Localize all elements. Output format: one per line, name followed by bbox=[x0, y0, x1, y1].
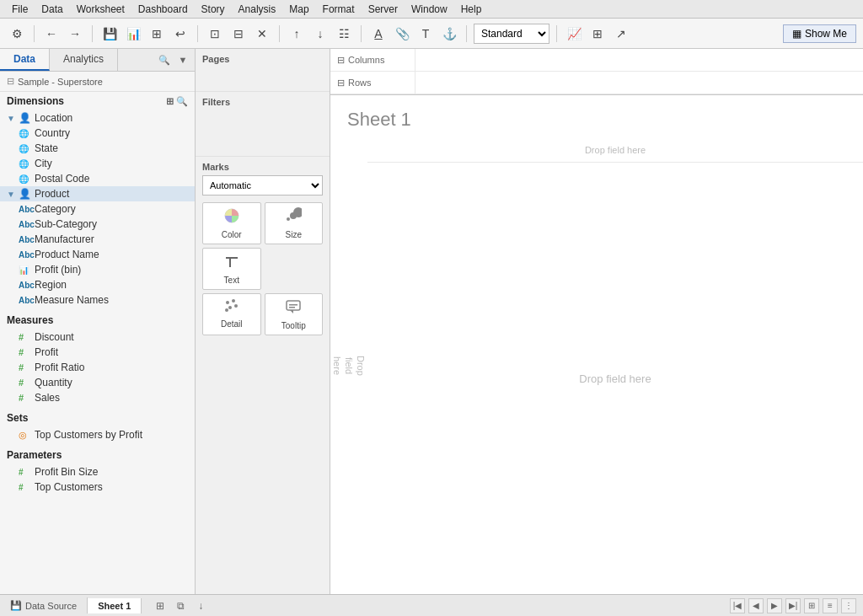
marks-type-select[interactable]: Automatic bbox=[202, 175, 323, 196]
field-country[interactable]: 🌐 Country bbox=[0, 126, 195, 141]
sort-desc-icon[interactable]: ↓ bbox=[310, 24, 330, 44]
export-sheet-icon[interactable]: ↓ bbox=[192, 597, 209, 614]
tab-data[interactable]: Data bbox=[0, 49, 50, 71]
nav-last-icon[interactable]: ▶| bbox=[785, 598, 801, 613]
field-state[interactable]: 🌐 State bbox=[0, 141, 195, 156]
menu-map[interactable]: Map bbox=[282, 2, 315, 17]
back-button[interactable]: ← bbox=[41, 24, 62, 44]
tab-data-source[interactable]: 💾 Data Source bbox=[0, 597, 88, 613]
field-profit-bin-size[interactable]: # Profit Bin Size bbox=[0, 464, 195, 479]
svg-point-10 bbox=[225, 308, 228, 312]
field-quantity[interactable]: # Quantity bbox=[0, 375, 195, 390]
location-group-header[interactable]: ▼ 👤 Location bbox=[0, 110, 195, 126]
dimensions-header-icons: ⊞ 🔍 bbox=[166, 96, 188, 107]
sort-asc-icon[interactable]: ↑ bbox=[287, 24, 307, 44]
duplicate-icon[interactable]: ⊞ bbox=[147, 24, 167, 44]
save-icon[interactable]: 💾 bbox=[99, 24, 120, 44]
canvas-top-drop[interactable]: Drop field here bbox=[367, 137, 863, 163]
standard-select[interactable]: Standard bbox=[474, 24, 549, 44]
menu-data[interactable]: Data bbox=[35, 2, 69, 17]
field-city[interactable]: 🌐 City bbox=[0, 156, 195, 171]
text-icon[interactable]: T bbox=[415, 24, 436, 44]
menu-window[interactable]: Window bbox=[405, 2, 454, 17]
field-sub-category[interactable]: Abc Sub-Category bbox=[0, 217, 195, 232]
product-group-header[interactable]: ▼ 👤 Product bbox=[0, 186, 195, 201]
tab-actions: ⊞ ⧉ ↓ bbox=[145, 597, 216, 614]
table-icon[interactable]: ⊞ bbox=[587, 24, 608, 44]
menu-worksheet[interactable]: Worksheet bbox=[70, 2, 131, 17]
field-manufacturer[interactable]: Abc Manufacturer bbox=[0, 232, 195, 247]
panel-search-icon[interactable]: 🔍 bbox=[156, 51, 173, 68]
duplicate-sheet-icon[interactable]: ⧉ bbox=[172, 597, 189, 614]
chart-icon[interactable]: 📈 bbox=[564, 24, 584, 44]
field-profit[interactable]: # Profit bbox=[0, 345, 195, 360]
field-category[interactable]: Abc Category bbox=[0, 201, 195, 217]
undo-icon[interactable]: ↩ bbox=[170, 24, 190, 44]
show-me-button[interactable]: ▦ Show Me bbox=[783, 24, 856, 43]
forward-button[interactable]: → bbox=[65, 24, 85, 44]
menu-help[interactable]: Help bbox=[454, 2, 489, 17]
menu-story[interactable]: Story bbox=[195, 2, 232, 17]
clear-icon[interactable]: ✕ bbox=[252, 24, 272, 44]
menu-file[interactable]: File bbox=[5, 2, 35, 17]
filters-drop-area[interactable] bbox=[202, 109, 323, 151]
field-product-name[interactable]: Abc Product Name bbox=[0, 247, 195, 262]
tab-sheet1[interactable]: Sheet 1 bbox=[88, 598, 142, 613]
menu-analysis[interactable]: Analysis bbox=[232, 2, 283, 17]
parameters-header: Parameters bbox=[0, 446, 195, 464]
pages-drop-area[interactable] bbox=[202, 66, 323, 86]
field-top-customers-param[interactable]: # Top Customers bbox=[0, 479, 195, 495]
nav-next-icon[interactable]: ▶ bbox=[767, 598, 782, 613]
menu-server[interactable]: Server bbox=[362, 2, 405, 17]
rows-shelf-label: ⊟ Rows bbox=[330, 74, 415, 92]
detail-button[interactable]: Detail bbox=[202, 293, 261, 335]
settings-icon[interactable]: ⚙ bbox=[7, 24, 27, 44]
show-me-icon: ▦ bbox=[792, 28, 801, 40]
nav-first-icon[interactable]: |◀ bbox=[730, 598, 745, 613]
tooltip-icon bbox=[285, 298, 302, 319]
menu-dashboard[interactable]: Dashboard bbox=[131, 2, 195, 17]
field-discount[interactable]: # Discount bbox=[0, 329, 195, 345]
datasource-icon: ⊟ bbox=[7, 76, 14, 87]
hash-topcustomers-icon: # bbox=[19, 483, 30, 492]
pages-label: Pages bbox=[202, 54, 323, 64]
group-icon[interactable]: ☷ bbox=[334, 24, 354, 44]
list-view-icon[interactable]: ≡ bbox=[823, 598, 838, 613]
field-postal-code[interactable]: 🌐 Postal Code bbox=[0, 171, 195, 186]
field-sales[interactable]: # Sales bbox=[0, 390, 195, 405]
size-icon bbox=[285, 207, 302, 228]
canvas-content-area[interactable]: Drop field here bbox=[367, 163, 863, 594]
nav-prev-icon[interactable]: ◀ bbox=[748, 598, 764, 613]
field-city-label: City bbox=[35, 158, 52, 169]
app-body: Data Analytics 🔍 ▼ ⊟ Sample - Superstore… bbox=[0, 49, 863, 616]
fit2-icon[interactable]: ⊟ bbox=[228, 24, 249, 44]
canvas-top-drop-label: Drop field here bbox=[585, 145, 646, 155]
field-measure-names[interactable]: Abc Measure Names bbox=[0, 292, 195, 308]
grid-view-icon[interactable]: ⊞ bbox=[804, 598, 819, 613]
underline-icon[interactable]: A bbox=[368, 24, 389, 44]
new-sheet-icon[interactable]: ⊞ bbox=[152, 597, 169, 614]
columns-drop-area[interactable] bbox=[415, 49, 863, 71]
group-view-icon[interactable]: ⊞ bbox=[166, 96, 174, 107]
paperclip-icon[interactable]: 📎 bbox=[392, 24, 412, 44]
menu-nav-icon[interactable]: ⋮ bbox=[841, 598, 856, 613]
canvas-left-drop[interactable]: Dropfieldhere bbox=[331, 356, 367, 376]
field-profit-bin[interactable]: 📊 Profit (bin) bbox=[0, 262, 195, 277]
field-region[interactable]: Abc Region bbox=[0, 277, 195, 292]
color-button[interactable]: Color bbox=[202, 202, 261, 244]
share-icon[interactable]: ↗ bbox=[611, 24, 631, 44]
search-dim-icon[interactable]: 🔍 bbox=[176, 96, 188, 107]
tooltip-button[interactable]: Tooltip bbox=[265, 293, 324, 335]
field-profit-ratio[interactable]: # Profit Ratio bbox=[0, 360, 195, 375]
fit-icon[interactable]: ⊡ bbox=[205, 24, 225, 44]
new-datasource-icon[interactable]: 📊 bbox=[123, 24, 143, 44]
size-button[interactable]: Size bbox=[265, 202, 324, 244]
canvas-main: Drop field here Drop field here bbox=[367, 137, 863, 594]
anchor-icon[interactable]: ⚓ bbox=[439, 24, 459, 44]
field-top-customers[interactable]: ◎ Top Customers by Profit bbox=[0, 427, 195, 442]
rows-drop-area[interactable] bbox=[415, 72, 863, 94]
panel-add-icon[interactable]: ▼ bbox=[174, 51, 191, 68]
tab-analytics[interactable]: Analytics bbox=[50, 49, 118, 71]
menu-format[interactable]: Format bbox=[316, 2, 362, 17]
text-button[interactable]: Text bbox=[202, 248, 261, 290]
